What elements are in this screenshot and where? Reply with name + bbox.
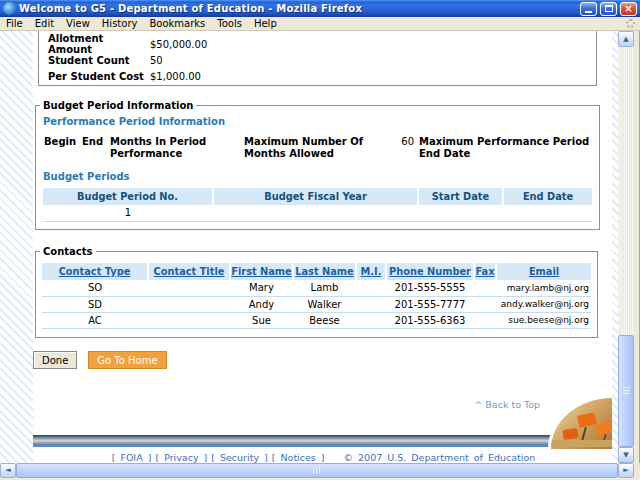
scroll-down-button[interactable]: ▼ <box>618 447 634 463</box>
budget-period-information-legend: Budget Period Information <box>40 100 196 111</box>
menu-items: FileEditViewHistoryBookmarksToolsHelp <box>0 17 283 30</box>
contacts-column-header-link[interactable]: Email <box>496 263 591 280</box>
restore-button[interactable] <box>600 2 617 16</box>
copyright-text: © 2007 U.S. Department of Education <box>344 452 536 463</box>
menu-item[interactable]: Help <box>248 18 283 29</box>
contact-title <box>148 296 230 312</box>
contacts-column-header-link[interactable]: Phone Number <box>386 263 474 280</box>
max-performance-end-date-label: Maximum Performance Period End Date <box>419 136 599 160</box>
contact-email: andy.walker@nj.org <box>496 296 591 312</box>
contacts-fieldset: Contacts Contact TypeContact TitleFirst … <box>35 246 598 338</box>
vertical-scrollbar[interactable]: ▲ ▼ <box>618 31 634 463</box>
page-viewport: Allotment Amount $50,000.00 Student Coun… <box>0 31 618 463</box>
classroom-chairs-photo <box>548 395 612 449</box>
contacts-column-header-link[interactable]: First Name <box>230 263 293 280</box>
end-label: End <box>82 136 110 160</box>
contact-first-name: Andy <box>230 296 293 312</box>
budget-fiscal-year <box>213 205 418 221</box>
footer-link[interactable]: [ Security ] <box>211 452 267 463</box>
contact-fax <box>474 280 496 296</box>
gradient-bar <box>33 435 612 447</box>
horizontal-scroll-thumb[interactable] <box>16 463 618 478</box>
scroll-up-button[interactable]: ▲ <box>618 31 634 47</box>
budget-periods-table: Budget Period No.Budget Fiscal YearStart… <box>43 188 592 222</box>
go-to-home-button[interactable]: Go To Home <box>88 351 166 369</box>
browser-window: Welcome to G5 - Department of Education … <box>0 0 640 480</box>
back-to-top-link[interactable]: ^ Back to Top <box>474 399 540 410</box>
contacts-column-header-link[interactable]: Contact Type <box>42 263 148 280</box>
action-buttons: Done Go To Home <box>33 351 612 369</box>
contact-row: SD Andy Walker 201-555-7777 andy.walker@… <box>42 296 591 312</box>
contact-fax <box>474 312 496 328</box>
contacts-column-header-link[interactable]: Contact Title <box>148 263 230 280</box>
contact-phone: 201-555-7777 <box>386 296 474 312</box>
contacts-column-header-link[interactable]: Last Name <box>293 263 356 280</box>
budget-periods-column-header: End Date <box>503 188 592 205</box>
contact-fax <box>474 296 496 312</box>
budget-period-row: 1 <box>43 205 592 221</box>
contact-last-name: Beese <box>293 312 356 328</box>
contact-row: AC Sue Beese 201-555-6363 sue.beese@nj.o… <box>42 312 591 328</box>
max-months-value: 60 <box>396 136 414 160</box>
horizontal-scrollbar[interactable]: ◄ ► <box>0 463 640 478</box>
summary-label: Allotment Amount <box>48 33 150 55</box>
start-date <box>418 205 503 221</box>
summary-value: $1,000.00 <box>150 71 201 82</box>
contact-phone: 201-555-6363 <box>386 312 474 328</box>
end-date <box>503 205 592 221</box>
done-button[interactable]: Done <box>33 351 77 369</box>
contact-mi <box>356 312 386 328</box>
footer-link[interactable]: [ Privacy ] <box>155 452 207 463</box>
menu-item[interactable]: Bookmarks <box>143 18 211 29</box>
scroll-left-button[interactable]: ◄ <box>0 463 16 478</box>
contact-row: SO Mary Lamb 201-555-5555 mary.lamb@nj.o… <box>42 280 591 296</box>
thumb-grip <box>623 387 630 396</box>
menu-item[interactable]: View <box>60 18 96 29</box>
contacts-column-header-link[interactable]: Fax <box>474 263 496 280</box>
footer-link[interactable]: [ FOIA ] <box>112 452 152 463</box>
summary-label: Per Student Cost <box>48 71 150 82</box>
scroll-right-button[interactable]: ► <box>618 463 634 478</box>
contact-last-name: Lamb <box>293 280 356 296</box>
summary-value: 50 <box>150 55 163 66</box>
menu-bar: FileEditViewHistoryBookmarksToolsHelp <box>0 17 640 31</box>
summary-row: Per Student Cost $1,000.00 <box>48 68 596 84</box>
menu-item[interactable]: Tools <box>211 18 248 29</box>
page-bottom-decoration: ^ Back to Top <box>33 393 612 449</box>
menu-item[interactable]: Edit <box>29 18 60 29</box>
months-in-period-label: Months In Period Performance <box>110 136 238 160</box>
minimize-icon <box>585 11 592 13</box>
contact-type: SD <box>42 296 148 312</box>
performance-period-heading: Performance Period Information <box>43 116 599 127</box>
minimize-button[interactable] <box>580 2 597 16</box>
close-icon: × <box>624 4 632 14</box>
menu-item[interactable]: History <box>96 18 144 29</box>
horizontal-scroll-track[interactable] <box>16 463 618 478</box>
summary-row: Student Count 50 <box>48 52 596 68</box>
window-right-frame <box>634 31 640 463</box>
close-button[interactable]: × <box>620 2 637 16</box>
page-content: Allotment Amount $50,000.00 Student Coun… <box>33 31 612 463</box>
contacts-column-header-link[interactable]: M.I. <box>356 263 386 280</box>
contact-mi <box>356 280 386 296</box>
begin-label: Begin <box>44 136 82 160</box>
menu-item[interactable]: File <box>0 18 29 29</box>
vertical-scroll-thumb[interactable] <box>618 335 634 447</box>
restore-icon <box>605 5 613 12</box>
contact-email: mary.lamb@nj.org <box>496 280 591 296</box>
window-title: Welcome to G5 - Department of Education … <box>19 3 577 14</box>
contact-type: AC <box>42 312 148 328</box>
performance-period-labels: Begin End Months In Period Performance M… <box>44 136 599 160</box>
contact-mi <box>356 296 386 312</box>
firefox-icon <box>3 2 16 15</box>
contact-first-name: Mary <box>230 280 293 296</box>
max-months-allowed-label: Maximum Number Of Months Allowed <box>244 136 392 160</box>
budget-period-information-fieldset: Budget Period Information Performance Pe… <box>35 100 600 230</box>
contact-last-name: Walker <box>293 296 356 312</box>
contacts-legend: Contacts <box>40 246 96 257</box>
contact-first-name: Sue <box>230 312 293 328</box>
contacts-table: Contact TypeContact TitleFirst NameLast … <box>42 263 591 329</box>
budget-periods-column-header: Budget Fiscal Year <box>213 188 418 205</box>
budget-periods-column-header: Budget Period No. <box>43 188 213 205</box>
footer-link[interactable]: [ Notices ] <box>272 452 325 463</box>
